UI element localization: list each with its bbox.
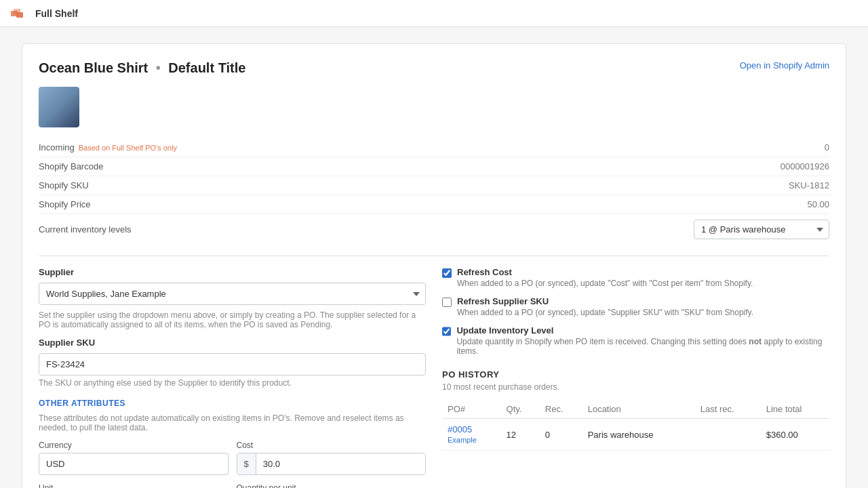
po-example: Example (448, 436, 477, 444)
other-attrs-header: OTHER ATTRIBUTES (39, 399, 426, 408)
refresh-sku-checkbox[interactable] (442, 298, 452, 307)
two-col-layout: Supplier World Supplies, Jane Example Ot… (39, 267, 829, 488)
incoming-value: 0 (825, 142, 829, 152)
refresh-cost-desc: When added to a PO (or synced), update "… (457, 279, 753, 288)
logo-icon (11, 7, 30, 20)
section-divider (39, 256, 829, 256)
nav-brand: Full Shelf (35, 8, 78, 19)
qty-per-unit-label: Quantity per unit (237, 483, 427, 488)
col-location: Location (583, 400, 695, 419)
unit-label: Unit (39, 483, 229, 488)
product-image (39, 87, 79, 127)
po-num-cell: #0005 Example (442, 419, 501, 451)
right-column: Refresh Cost When added to a PO (or sync… (442, 267, 829, 488)
po-rec-cell: 0 (540, 419, 583, 451)
refresh-sku-label[interactable]: Refresh Supplier SKU (457, 296, 549, 306)
po-line-total-cell: $360.00 (761, 419, 829, 451)
barcode-value: 0000001926 (781, 161, 829, 171)
cost-input-wrap: $ (237, 453, 427, 475)
svg-rect-2 (16, 12, 23, 18)
open-shopify-link[interactable]: Open in Shopify Admin (740, 60, 829, 70)
currency-field-group: Currency (39, 441, 229, 475)
product-title: Ocean Blue Shirt • Default Title (39, 60, 245, 76)
inventory-row: Current inventory levels 1 @ Paris wareh… (39, 214, 829, 245)
supplier-sku-label: Supplier SKU (39, 338, 426, 348)
sku-row: Shopify SKU SKU-1812 (39, 176, 829, 195)
incoming-row: Incoming Based on Full Shelf PO's only 0 (39, 138, 829, 157)
col-po-num: PO# (442, 400, 501, 419)
supplier-sku-hint: The SKU or anything else used by the Sup… (39, 378, 426, 388)
po-qty-cell: 12 (501, 419, 540, 451)
po-link[interactable]: #0005 (448, 424, 472, 434)
currency-input[interactable] (39, 453, 229, 475)
po-history-sub: 10 most recent purchase orders. (442, 382, 829, 392)
po-last-rec-cell (695, 419, 761, 451)
refresh-sku-row: Refresh Supplier SKU When added to a PO … (442, 296, 829, 317)
supplier-hint: Set the supplier using the dropdown menu… (39, 310, 426, 329)
cost-label: Cost (237, 441, 427, 450)
left-column: Supplier World Supplies, Jane Example Ot… (39, 267, 426, 488)
other-attrs-hint: These attributes do not update automatic… (39, 413, 426, 432)
po-history-title: PO HISTORY (442, 369, 829, 380)
update-inv-checkbox[interactable] (442, 327, 451, 336)
product-header: Ocean Blue Shirt • Default Title Open in… (39, 60, 829, 76)
col-line-total: Line total (761, 400, 829, 419)
top-nav: Full Shelf (0, 0, 868, 27)
po-table: PO# Qty. Rec. Location Last rec. Line to… (442, 400, 829, 451)
col-qty: Qty. (501, 400, 540, 419)
unit-qty-row: Unit Quantity per unit (39, 483, 426, 488)
refresh-cost-checkbox[interactable] (442, 268, 452, 278)
inventory-select[interactable]: 1 @ Paris warehouse All locations London… (694, 220, 829, 239)
col-last-rec: Last rec. (695, 400, 761, 419)
currency-cost-row: Currency Cost $ (39, 441, 426, 475)
barcode-row: Shopify Barcode 0000001926 (39, 157, 829, 176)
cost-prefix: $ (237, 453, 256, 474)
cost-field-group: Cost $ (237, 441, 427, 475)
price-row: Shopify Price 50.00 (39, 195, 829, 214)
supplier-select[interactable]: World Supplies, Jane Example Other Suppl… (39, 283, 426, 305)
unit-field-group: Unit (39, 483, 229, 488)
supplier-label: Supplier (39, 267, 426, 277)
checkboxes-section: Refresh Cost When added to a PO (or sync… (442, 267, 829, 356)
po-table-header-row: PO# Qty. Rec. Location Last rec. Line to… (442, 400, 829, 419)
cost-input[interactable] (256, 453, 425, 474)
table-row: #0005 Example 12 0 Paris warehouse $360.… (442, 419, 829, 451)
refresh-cost-label[interactable]: Refresh Cost (457, 267, 512, 277)
qty-per-unit-field-group: Quantity per unit (237, 483, 427, 488)
supplier-sku-input[interactable] (39, 353, 426, 375)
po-location-cell: Paris warehouse (583, 419, 695, 451)
col-rec: Rec. (540, 400, 583, 419)
update-inv-row: Update Inventory Level Update quantity i… (442, 325, 829, 356)
refresh-sku-desc: When added to a PO (or synced), update "… (457, 308, 753, 317)
refresh-cost-row: Refresh Cost When added to a PO (or sync… (442, 267, 829, 288)
price-value: 50.00 (807, 199, 829, 209)
update-inv-label[interactable]: Update Inventory Level (456, 325, 553, 336)
currency-label: Currency (39, 441, 229, 450)
sku-value: SKU-1812 (789, 180, 829, 190)
update-inv-desc: Update quantity in Shopify when PO item … (456, 337, 829, 356)
